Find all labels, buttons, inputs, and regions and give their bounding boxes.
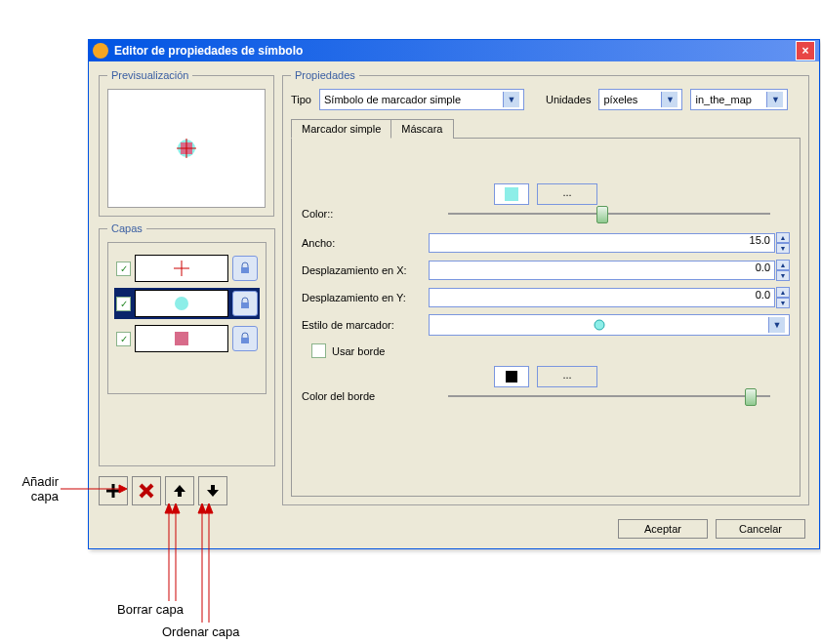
layer-visible-checkbox[interactable]: ✓	[116, 332, 131, 346]
tab-panel: ... Color:: Ancho: 15.0 ▲▼ Desplazamient…	[291, 138, 800, 497]
layer-toolbar	[99, 476, 274, 505]
type-label: Tipo	[291, 94, 311, 105]
preview-legend: Previsualización	[107, 69, 192, 81]
annotation-add: Añadir capa	[10, 474, 59, 503]
layer-visible-checkbox[interactable]: ✓	[116, 297, 131, 311]
color-more-button[interactable]: ...	[537, 183, 597, 205]
svg-rect-10	[241, 338, 249, 343]
layer-symbol-preview	[135, 255, 228, 282]
border-color-label: Color del borde	[302, 390, 429, 402]
offset-y-input[interactable]: 0.0	[429, 288, 775, 307]
layers-panel: Capas ✓ ✓	[99, 222, 275, 466]
layer-row[interactable]: ✓	[114, 323, 260, 354]
offset-y-spinner[interactable]: ▲▼	[776, 287, 790, 308]
delete-layer-button[interactable]	[132, 476, 161, 505]
layer-row[interactable]: ✓	[114, 253, 260, 284]
offset-x-label: Desplazamiento en X:	[302, 264, 429, 276]
layer-symbol-preview	[135, 290, 228, 317]
titlebar[interactable]: Editor de propiedades de símbolo ×	[89, 40, 819, 61]
svg-rect-6	[241, 267, 249, 273]
annotation-order: Ordenar capa	[162, 624, 240, 639]
tab-simple-marker[interactable]: Marcador simple	[291, 119, 391, 139]
preview-canvas	[107, 89, 266, 208]
layer-lock-button[interactable]	[232, 326, 258, 351]
border-opacity-slider[interactable]	[448, 391, 770, 401]
layer-lock-button[interactable]	[232, 291, 258, 316]
width-input[interactable]: 15.0	[429, 233, 775, 253]
color-swatch[interactable]	[494, 183, 529, 205]
move-layer-down-button[interactable]	[198, 476, 227, 505]
offset-y-label: Desplazamiento en Y:	[302, 292, 429, 303]
chevron-down-icon: ▼	[661, 92, 677, 107]
units-label: Unidades	[546, 94, 591, 105]
app-icon	[93, 43, 108, 59]
cancel-button[interactable]: Cancelar	[716, 519, 805, 539]
type-combo[interactable]: Símbolo de marcador simple ▼	[319, 89, 524, 110]
border-color-swatch[interactable]	[494, 366, 529, 387]
preview-panel: Previsualización	[99, 69, 274, 217]
chevron-down-icon: ▼	[766, 92, 783, 107]
close-button[interactable]: ×	[796, 41, 815, 60]
chevron-down-icon: ▼	[768, 317, 785, 333]
add-layer-button[interactable]	[99, 476, 128, 505]
use-border-checkbox[interactable]: ✓	[311, 343, 326, 358]
symbol-editor-dialog: Editor de propiedades de símbolo × Previ…	[88, 39, 820, 549]
layer-row[interactable]: ✓	[114, 288, 260, 319]
width-label: Ancho:	[302, 237, 429, 249]
move-layer-up-button[interactable]	[165, 476, 194, 505]
marker-style-combo[interactable]: ▼	[429, 314, 790, 336]
offset-x-spinner[interactable]: ▲▼	[776, 260, 790, 281]
layer-visible-checkbox[interactable]: ✓	[116, 262, 131, 276]
chevron-down-icon: ▼	[503, 92, 519, 107]
use-border-label: Usar borde	[332, 345, 385, 357]
marker-style-label: Estilo de marcador:	[302, 319, 429, 331]
border-color-more-button[interactable]: ...	[537, 366, 597, 387]
offset-x-input[interactable]: 0.0	[429, 261, 775, 280]
annotation-del: Borrar capa	[117, 602, 184, 617]
width-spinner[interactable]: ▲▼	[776, 232, 790, 254]
color-opacity-slider[interactable]	[448, 209, 770, 219]
svg-rect-8	[241, 302, 249, 308]
units-combo[interactable]: píxeles ▼	[598, 89, 682, 110]
color-label: Color::	[302, 208, 429, 220]
properties-legend: Propiedades	[291, 69, 359, 81]
svg-rect-9	[175, 332, 188, 345]
context-combo[interactable]: in_the_map ▼	[690, 89, 788, 110]
properties-panel: Propiedades Tipo Símbolo de marcador sim…	[282, 69, 809, 505]
ok-button[interactable]: Aceptar	[618, 519, 708, 539]
layers-legend: Capas	[107, 222, 146, 234]
svg-point-7	[175, 297, 188, 310]
layer-symbol-preview	[135, 325, 228, 352]
tab-mask[interactable]: Máscara	[390, 119, 453, 139]
svg-point-15	[595, 320, 604, 330]
layer-lock-button[interactable]	[232, 256, 258, 281]
window-title: Editor de propiedades de símbolo	[114, 44, 796, 58]
